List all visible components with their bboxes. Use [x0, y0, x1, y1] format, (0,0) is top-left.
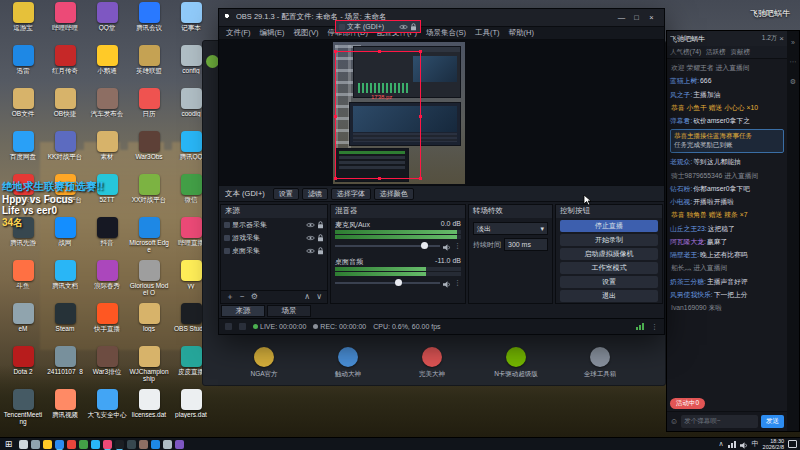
- add-source-button[interactable]: ＋: [226, 291, 234, 303]
- source-row[interactable]: 桌面采集: [221, 244, 327, 257]
- desktop-icon[interactable]: 大飞安全中心: [86, 389, 128, 432]
- desktop-icon[interactable]: licenses.dat: [128, 389, 170, 432]
- source-selection-box[interactable]: [335, 51, 421, 179]
- preview-canvas[interactable]: 1738.pz: [219, 40, 664, 186]
- desktop-icon[interactable]: 日历: [128, 88, 170, 131]
- desktop-icon[interactable]: War3排位: [86, 346, 128, 389]
- menu-item[interactable]: 场景集合(S): [426, 28, 466, 38]
- channel-menu-icon[interactable]: ⋮: [454, 242, 461, 250]
- volume-slider[interactable]: [335, 282, 440, 284]
- tab-scenes[interactable]: 场景: [267, 305, 311, 317]
- visibility-eye-icon[interactable]: [306, 235, 315, 241]
- desktop-icon[interactable]: 快手直播: [86, 303, 128, 346]
- taskbar-app-icon[interactable]: [43, 440, 52, 449]
- desktop-icon[interactable]: 素材: [86, 131, 128, 174]
- tab-sources[interactable]: 来源: [221, 305, 265, 317]
- taskbar-app-icon[interactable]: [139, 440, 148, 449]
- source-row[interactable]: 显示器采集: [221, 218, 327, 231]
- desktop-icon[interactable]: OB快捷: [44, 88, 86, 131]
- speaker-icon[interactable]: [443, 274, 451, 292]
- quickbar-button[interactable]: 设置: [273, 188, 299, 200]
- desktop-icon[interactable]: 腾讯视频: [44, 389, 86, 432]
- taskbar-app-icon[interactable]: [91, 440, 100, 449]
- network-icon[interactable]: [728, 441, 736, 448]
- taskbar-app-icon[interactable]: [163, 440, 172, 449]
- taskbar-app-icon[interactable]: [67, 440, 76, 449]
- move-down-button[interactable]: ∨: [316, 291, 322, 303]
- menu-item[interactable]: 视图(V): [294, 28, 319, 38]
- menu-item[interactable]: 编辑(E): [260, 28, 285, 38]
- menu-item[interactable]: 工具(T): [475, 28, 500, 38]
- language-indicator[interactable]: 中: [752, 439, 759, 449]
- transition-select[interactable]: 淡出 ▾: [473, 222, 548, 235]
- status-menu-icon[interactable]: ⋮: [651, 323, 658, 331]
- desktop-icon[interactable]: 哔哩哔哩: [44, 2, 86, 45]
- volume-icon[interactable]: [740, 435, 748, 450]
- emoji-icon[interactable]: ☺: [670, 417, 678, 426]
- control-button[interactable]: 工作室模式: [560, 262, 658, 274]
- desktop-icon[interactable]: players.dat: [170, 389, 212, 432]
- control-button[interactable]: 退出: [560, 290, 658, 302]
- desktop-icon[interactable]: eM: [2, 303, 44, 346]
- taskbar-app-icon[interactable]: [127, 440, 136, 449]
- visibility-eye-icon[interactable]: [306, 248, 315, 254]
- taskbar-app-icon[interactable]: [31, 440, 40, 449]
- channel-menu-icon[interactable]: ⋮: [454, 279, 461, 287]
- desktop-icon[interactable]: 斗鱼: [2, 260, 44, 303]
- taskbar-app-icon[interactable]: [115, 440, 124, 449]
- desktop-icon[interactable]: Dota 2: [2, 346, 44, 389]
- desktop-icon[interactable]: WJChampionship: [128, 346, 170, 389]
- taskbar-app-icon[interactable]: [19, 440, 28, 449]
- desktop-icon[interactable]: KK对战平台: [44, 131, 86, 174]
- action-center-icon[interactable]: [788, 440, 797, 448]
- desktop-icon[interactable]: 迅雷: [2, 45, 44, 88]
- collapse-icon[interactable]: »: [791, 39, 795, 46]
- lock-icon[interactable]: [317, 221, 324, 229]
- settings-icon[interactable]: ⚙: [790, 78, 796, 86]
- more-icon[interactable]: ⋯: [790, 58, 797, 66]
- menu-item[interactable]: 文件(F): [226, 28, 251, 38]
- taskbar-app-icon[interactable]: [151, 440, 160, 449]
- taskbar-app-icon[interactable]: [79, 440, 88, 449]
- launcher-item[interactable]: 全球工具箱: [569, 347, 631, 379]
- send-button[interactable]: 发送: [761, 415, 784, 428]
- launcher-item[interactable]: NGA官方: [233, 347, 295, 379]
- desktop-icon[interactable]: 24110107_8: [44, 346, 86, 389]
- volume-slider[interactable]: [335, 245, 440, 247]
- chat-close-icon[interactable]: ×: [779, 34, 784, 43]
- launcher-item[interactable]: N卡驱动超级版: [485, 347, 547, 379]
- obs-title-bar[interactable]: OBS 29.1.3 - 配置文件: 未命名 - 场景: 未命名 — □ ×: [219, 9, 664, 26]
- control-button[interactable]: 停止直播: [560, 220, 658, 232]
- transition-duration-field[interactable]: 300 ms: [504, 238, 548, 251]
- desktop-icon[interactable]: logs: [128, 303, 170, 346]
- desktop-icon[interactable]: 记事本: [170, 2, 212, 45]
- taskbar-clock[interactable]: 18:30 2026/2/8: [763, 438, 784, 450]
- desktop-icon[interactable]: TencentMeeting: [2, 389, 44, 432]
- desktop-icon[interactable]: 红月传奇: [44, 45, 86, 88]
- desktop-icon[interactable]: Steam: [44, 303, 86, 346]
- source-properties-button[interactable]: ⚙: [251, 291, 258, 303]
- desktop-icon[interactable]: 英雄联盟: [128, 45, 170, 88]
- control-button[interactable]: 开始录制: [560, 234, 658, 246]
- chat-tab[interactable]: 贡献榜: [731, 48, 751, 57]
- desktop-icon[interactable]: QQ堂: [86, 2, 128, 45]
- close-button[interactable]: ×: [644, 13, 659, 22]
- visibility-eye-icon[interactable]: [306, 222, 315, 228]
- move-up-button[interactable]: ∧: [304, 291, 310, 303]
- desktop-icon[interactable]: OB文件: [2, 88, 44, 131]
- speaker-icon[interactable]: [443, 237, 451, 255]
- activity-badge[interactable]: 活动中0: [670, 398, 705, 409]
- taskbar-app-icon[interactable]: [55, 440, 64, 449]
- desktop-icon[interactable]: War3Obs: [128, 131, 170, 174]
- desktop-icon[interactable]: 小鹅通: [86, 45, 128, 88]
- desktop-icon[interactable]: 汽车发布会: [86, 88, 128, 131]
- remove-source-button[interactable]: −: [240, 291, 245, 303]
- chat-input[interactable]: 发个弹幕呗~: [681, 415, 758, 428]
- chat-tab[interactable]: 活跃榜: [706, 48, 726, 57]
- desktop-icon[interactable]: 腾讯会议: [128, 2, 170, 45]
- quickbar-button[interactable]: 滤镜: [302, 188, 328, 200]
- control-button[interactable]: 设置: [560, 276, 658, 288]
- minimize-button[interactable]: —: [614, 13, 629, 22]
- start-button[interactable]: ⊞: [0, 438, 17, 450]
- taskbar-app-icon[interactable]: [103, 440, 112, 449]
